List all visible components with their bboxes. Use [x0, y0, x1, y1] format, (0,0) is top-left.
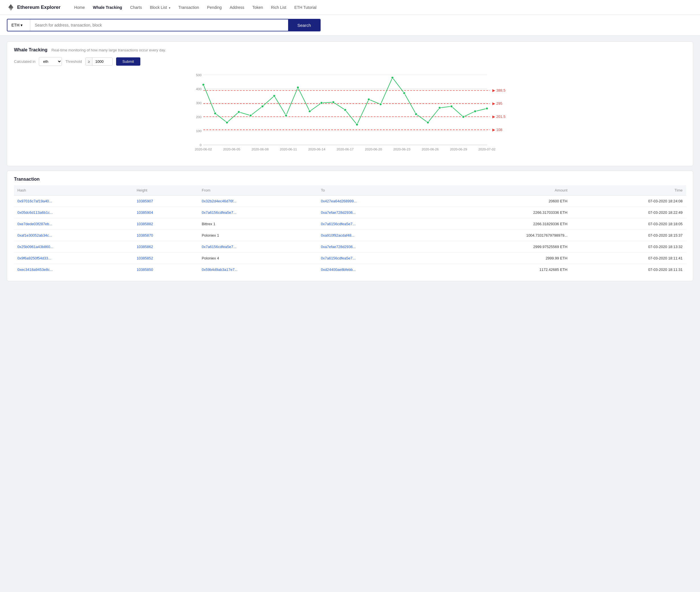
svg-text:2020-07-02: 2020-07-02 [478, 147, 495, 151]
svg-text:2020-06-20: 2020-06-20 [365, 147, 382, 151]
svg-point-41 [261, 105, 264, 108]
svg-point-37 [214, 112, 216, 115]
transaction-table: Hash Height From To Amount Time 0x97016c… [14, 185, 686, 275]
svg-text:▶ 108: ▶ 108 [492, 128, 502, 132]
tx-from[interactable]: 0x59b4d9ab3a17e7... [198, 264, 318, 276]
table-row: 0x05dc6d113a6b1c... 10385904 0x7a6156cdf… [14, 207, 686, 218]
tx-amount: 2266.31703336 ETH [437, 207, 571, 218]
tx-height[interactable]: 10385907 [133, 196, 198, 207]
tx-to[interactable]: 0xa910f92acdaf48... [318, 230, 437, 241]
tx-hash[interactable]: 0x05dc6d113a6b1c... [14, 207, 133, 218]
svg-point-51 [379, 103, 382, 106]
tx-to[interactable]: 0x7a6156cdfea5e7... [318, 253, 437, 264]
tx-hash[interactable]: 0x97016c7af19a40... [14, 196, 133, 207]
svg-point-43 [285, 114, 287, 117]
table-row: 0x97016c7af19a40... 10385907 0x32b2d4ec4… [14, 196, 686, 207]
svg-point-40 [249, 114, 252, 117]
svg-text:2020-06-23: 2020-06-23 [393, 147, 411, 151]
nav-pending[interactable]: Pending [204, 3, 225, 11]
tx-hash[interactable]: 0xec3418a9453e8c... [14, 264, 133, 276]
svg-text:2020-06-08: 2020-06-08 [252, 147, 269, 151]
nav-home[interactable]: Home [71, 3, 88, 11]
tx-from[interactable]: 0x32b2d4ec46d76f... [198, 196, 318, 207]
svg-text:▶ 201.5: ▶ 201.5 [492, 114, 505, 119]
whale-tracking-card: Whale Tracking Real-time monitoring of h… [7, 41, 693, 166]
currency-value: ETH [11, 23, 19, 28]
tx-height[interactable]: 10385852 [133, 253, 198, 264]
tx-to[interactable]: 0x427ea64d268999... [318, 196, 437, 207]
svg-text:500: 500 [196, 73, 202, 77]
currency-filter-select[interactable]: eth usd [39, 57, 62, 66]
tx-from[interactable]: 0x7a6156cdfea5e7... [198, 241, 318, 253]
nav-eth-tutorial[interactable]: ETH Tutorial [291, 3, 320, 11]
tx-to[interactable]: 0xa7efae728d2936... [318, 241, 437, 253]
svg-text:200: 200 [196, 115, 202, 119]
svg-point-48 [344, 109, 346, 111]
search-input[interactable] [30, 19, 288, 31]
threshold-input[interactable] [93, 58, 112, 65]
tx-height[interactable]: 10385882 [133, 218, 198, 230]
svg-point-55 [427, 121, 429, 124]
tx-to[interactable]: 0x7a6156cdfea5e7... [318, 218, 437, 230]
brand[interactable]: Ethereum Explorer [7, 3, 60, 11]
svg-point-49 [356, 123, 358, 126]
svg-text:0: 0 [200, 143, 202, 147]
threshold-label: Threshold [65, 59, 82, 64]
whale-tracking-title: Whale Tracking [14, 47, 47, 52]
search-button[interactable]: Search [288, 19, 320, 31]
nav-charts[interactable]: Charts [127, 3, 145, 11]
tx-to[interactable]: 0xa7efae728d2936... [318, 207, 437, 218]
search-bar: ETH ▾ Search [7, 19, 321, 32]
col-amount: Amount [437, 185, 571, 196]
tx-height[interactable]: 10385904 [133, 207, 198, 218]
tx-to[interactable]: 0xd24400ae8bfebb... [318, 264, 437, 276]
tx-time: 07-03-2020 18:24:08 [571, 196, 686, 207]
whale-tracking-header: Whale Tracking Real-time monitoring of h… [14, 47, 686, 52]
nav-token[interactable]: Token [249, 3, 266, 11]
col-hash: Hash [14, 185, 133, 196]
tx-height[interactable]: 10385850 [133, 264, 198, 276]
tx-amount: 1172.42685 ETH [437, 264, 571, 276]
svg-point-58 [462, 115, 465, 118]
nav-block-list[interactable]: Block List ▾ [146, 3, 174, 11]
col-from: From [198, 185, 318, 196]
col-time: Time [571, 185, 686, 196]
tx-amount: 2266.31829336 ETH [437, 218, 571, 230]
table-row: 0xec3418a9453e8c... 10385850 0x59b4d9ab3… [14, 264, 686, 276]
svg-point-44 [297, 86, 299, 89]
tx-time: 07-03-2020 18:11:41 [571, 253, 686, 264]
tx-amount: 2999.99 ETH [437, 253, 571, 264]
whale-chart-container: 0100200300400500▶ 388.5▶ 295▶ 201.5▶ 108… [14, 69, 686, 160]
tx-time: 07-03-2020 18:13:32 [571, 241, 686, 253]
svg-point-47 [332, 101, 335, 104]
svg-point-53 [403, 92, 406, 95]
svg-text:2020-06-11: 2020-06-11 [280, 147, 297, 151]
tx-hash[interactable]: 0x9f6a9250f54d33... [14, 253, 133, 264]
tx-height[interactable]: 10385870 [133, 230, 198, 241]
tx-height[interactable]: 10385862 [133, 241, 198, 253]
currency-selector[interactable]: ETH ▾ [7, 19, 30, 31]
svg-point-60 [486, 107, 488, 110]
brand-name: Ethereum Explorer [17, 5, 60, 10]
tx-hash[interactable]: 0xaf1e30052ab34c... [14, 230, 133, 241]
threshold-wrap: ≥ [85, 57, 113, 66]
tx-amount: 2999.97525569 ETH [437, 241, 571, 253]
nav-transaction[interactable]: Transaction [175, 3, 203, 11]
tx-from[interactable]: 0x7a6156cdfea5e7... [198, 207, 318, 218]
svg-text:2020-06-05: 2020-06-05 [223, 147, 240, 151]
table-row: 0xaf1e30052ab34c... 10385870 Poloniex 1 … [14, 230, 686, 241]
nav-address[interactable]: Address [226, 3, 248, 11]
ethereum-logo-icon [7, 3, 15, 11]
svg-text:2020-06-02: 2020-06-02 [195, 147, 212, 151]
svg-point-59 [474, 110, 476, 113]
submit-button[interactable]: Submit [116, 57, 140, 66]
tx-from: Bittrex 1 [198, 218, 318, 230]
nav-rich-list[interactable]: Rich List [268, 3, 290, 11]
svg-text:▶ 388.5: ▶ 388.5 [492, 88, 505, 93]
whale-tracking-subtitle: Real-time monitoring of how many large t… [51, 48, 166, 52]
tx-hash[interactable]: 0x25b0961a43b860... [14, 241, 133, 253]
nav-whale-tracking[interactable]: Whale Tracking [89, 3, 125, 11]
tx-amount: 20600 ETH [437, 196, 571, 207]
tx-hash[interactable]: 0xe7dede03f287eb... [14, 218, 133, 230]
tx-from: Poloniex 4 [198, 253, 318, 264]
